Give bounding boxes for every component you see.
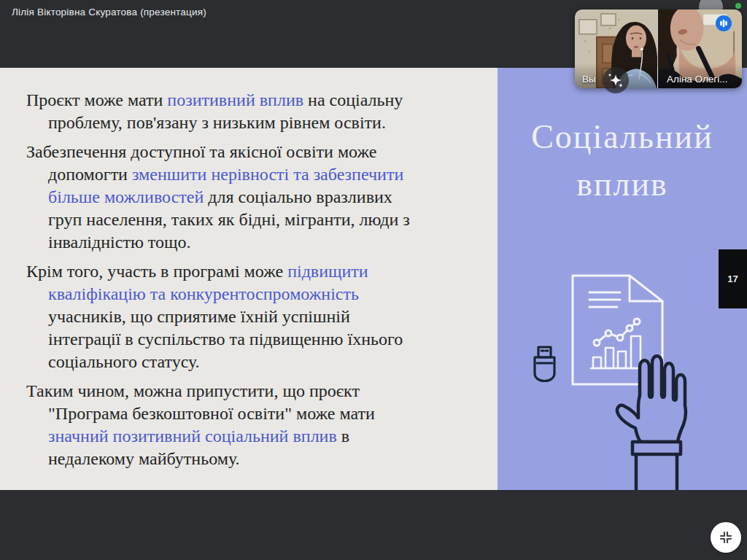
effects-button[interactable]	[603, 67, 629, 93]
slide-number: 17	[727, 273, 738, 284]
audio-indicator	[716, 15, 732, 31]
usb-drive-icon	[535, 347, 554, 381]
exit-fullscreen-button[interactable]	[711, 522, 741, 553]
slide-paragraph: Забезпечення доступної та якісної освіти…	[26, 141, 497, 254]
slide-paragraph: Крім того, участь в програмі може підвищ…	[26, 260, 497, 373]
slide-title-panel: Соціальний вплив	[498, 68, 747, 490]
slide-paragraph: Проєкт може мати позитивний вплив на соц…	[26, 89, 497, 134]
slide-number-badge: 17	[719, 249, 747, 308]
green-dot-icon	[735, 3, 741, 9]
slide-title-line2: вплив	[498, 160, 747, 208]
compress-icon	[719, 530, 733, 545]
presenter-label: Лілія Вікторівна Скуратова (презентация)	[12, 7, 206, 18]
slide-paragraph: Таким чином, можна припустити, що проєкт…	[26, 380, 497, 470]
equalizer-icon	[719, 18, 729, 28]
body-text: Таким чином, можна припустити, що проєкт…	[26, 381, 375, 423]
slide-title-line1: Соціальний	[498, 113, 747, 160]
body-text: Крім того, участь в програмі може	[26, 262, 287, 281]
slide-paragraphs: Проєкт може мати позитивний вплив на соц…	[26, 89, 497, 477]
highlighted-text: значний позитивний соціальний вплив	[48, 427, 337, 446]
slide-illustration	[498, 262, 747, 490]
self-name-label: Вы	[582, 74, 596, 85]
remote-name-label: Аліна Олегі...	[667, 74, 728, 85]
body-text: учасників, що сприятиме їхній успішній і…	[48, 307, 403, 371]
line-chart-icon	[594, 319, 640, 346]
highlighted-text: позитивний вплив	[167, 90, 303, 109]
body-text: Проєкт може мати	[26, 90, 167, 109]
sparkles-icon	[606, 71, 625, 90]
raised-hand-icon	[617, 356, 686, 490]
slide-title: Соціальний вплив	[498, 113, 747, 208]
presentation-slide: Проєкт може мати позитивний вплив на соц…	[0, 68, 747, 490]
